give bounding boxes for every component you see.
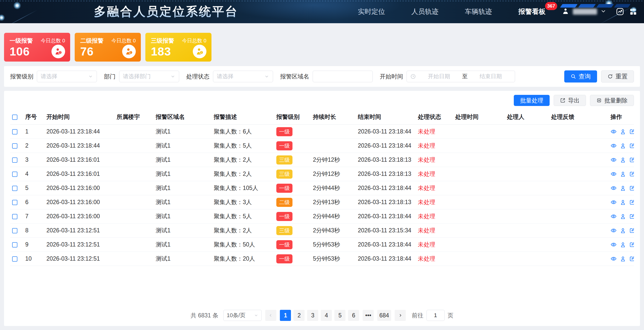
cell-description: 聚集人数：20人 — [212, 252, 274, 266]
pagination-ellipsis[interactable]: ••• — [363, 310, 374, 321]
row-checkbox[interactable] — [12, 214, 17, 219]
stat-card-level2[interactable]: 二级报警 今日总数 0 76 ! — [75, 33, 141, 62]
nav-item-realtime[interactable]: 实时定位 — [358, 7, 385, 16]
row-checkbox[interactable] — [12, 157, 17, 163]
alarm-table: 序号开始时间所属楼宇报警区域名报警描述报警级别持续时长结束时间处理状态处理时间处… — [10, 109, 634, 266]
page-title: 多融合人员定位系统平台 — [94, 4, 238, 20]
stat-card-level1[interactable]: 一级报警 今日总数 0 106 ! — [4, 33, 70, 62]
cell-status: 未处理 — [418, 185, 435, 191]
edit-icon[interactable] — [629, 157, 634, 163]
page-button-2[interactable]: 2 — [293, 310, 305, 321]
row-actions — [610, 256, 632, 262]
row-checkbox[interactable] — [12, 200, 17, 205]
edit-icon[interactable] — [629, 171, 634, 177]
view-eye-icon[interactable] — [610, 256, 617, 262]
batch-delete-icon — [596, 98, 602, 103]
cell-end-time: 2026-03-11 23:18:13 — [356, 195, 416, 209]
locate-person-icon[interactable] — [620, 227, 626, 234]
stat-card-level3[interactable]: 三级报警 今日总数 0 183 ! — [145, 33, 211, 62]
page-size-select[interactable]: 10条/页 — [223, 310, 262, 321]
cell-start-time: 2026-03-11 23:16:00 — [44, 181, 115, 195]
view-eye-icon[interactable] — [610, 143, 617, 149]
export-button[interactable]: 导出 — [554, 95, 586, 106]
nav-item-person-track[interactable]: 人员轨迹 — [411, 7, 439, 16]
locate-person-icon[interactable] — [620, 256, 626, 262]
alarm-level-badge: 三级 — [276, 170, 292, 179]
row-checkbox[interactable] — [12, 186, 17, 191]
alarm-level-badge: 三级 — [276, 226, 292, 235]
page-button-6[interactable]: 6 — [348, 310, 359, 321]
filter-area-input[interactable] — [313, 71, 373, 82]
deco-glow-dot — [630, 7, 637, 13]
edit-icon[interactable] — [629, 227, 634, 234]
locate-person-icon[interactable] — [620, 143, 626, 149]
filter-dept-select[interactable]: 请选择部门 — [119, 71, 179, 82]
locate-person-icon[interactable] — [620, 128, 626, 135]
nav-item-alarm-board[interactable]: 报警看板 367 — [518, 7, 546, 16]
search-button[interactable]: 查询 — [564, 70, 597, 82]
last-page-button[interactable]: 684 — [377, 310, 391, 321]
reset-button[interactable]: 重置 — [601, 70, 634, 82]
chevron-down-icon[interactable] — [601, 8, 606, 15]
locate-person-icon[interactable] — [620, 241, 626, 248]
chevron-right-icon — [398, 313, 402, 318]
page-button-1[interactable]: 1 — [280, 310, 291, 321]
view-eye-icon[interactable] — [610, 227, 617, 234]
alarm-person-icon: ! — [193, 45, 206, 58]
edit-icon[interactable] — [629, 213, 634, 219]
view-eye-icon[interactable] — [610, 199, 617, 205]
filter-status-select[interactable]: 请选择 — [213, 71, 273, 82]
row-checkbox[interactable] — [12, 129, 17, 134]
batch-delete-button[interactable]: 批量删除 — [590, 95, 634, 106]
view-eye-icon[interactable] — [610, 157, 617, 163]
locate-person-icon[interactable] — [620, 157, 626, 163]
locate-person-icon[interactable] — [620, 185, 626, 191]
edit-icon[interactable] — [629, 143, 634, 149]
alarm-person-icon: ! — [51, 45, 65, 58]
row-checkbox[interactable] — [12, 228, 17, 233]
goto-page-input[interactable] — [426, 310, 445, 321]
edit-icon[interactable] — [629, 128, 634, 135]
alarm-table-panel: 批量处理 导出 批量删除 序号开始时间所属楼宇报警区域名报警描述报警级别持续时长… — [4, 91, 640, 326]
row-checkbox[interactable] — [12, 143, 17, 149]
batch-process-button[interactable]: 批量处理 — [514, 95, 550, 106]
filter-level-select[interactable]: 请选择 — [37, 71, 97, 82]
cell-feedback — [549, 224, 608, 238]
view-eye-icon[interactable] — [610, 213, 617, 219]
prev-page-button[interactable] — [265, 310, 276, 321]
page-button-3[interactable]: 3 — [307, 310, 318, 321]
cell-status: 未处理 — [418, 199, 435, 205]
cell-handle-time — [453, 238, 505, 252]
filter-date-range[interactable]: 开始日期 至 结束日期 — [407, 71, 515, 82]
cell-building — [115, 209, 154, 224]
row-checkbox[interactable] — [12, 256, 17, 262]
view-eye-icon[interactable] — [610, 171, 617, 177]
cell-description: 聚集人数：6人 — [212, 125, 274, 139]
row-checkbox[interactable] — [12, 172, 17, 177]
page-button-4[interactable]: 4 — [321, 310, 332, 321]
deco-slash — [596, 4, 614, 8]
cell-feedback — [549, 252, 608, 266]
main-nav: 实时定位 人员轨迹 车辆轨迹 报警看板 367 — [358, 7, 546, 16]
cell-index: 1 — [23, 125, 44, 139]
cell-handler — [505, 209, 549, 224]
edit-icon[interactable] — [629, 199, 634, 205]
cell-status: 未处理 — [418, 213, 435, 219]
locate-person-icon[interactable] — [620, 171, 626, 177]
view-eye-icon[interactable] — [610, 185, 617, 191]
user-area — [562, 7, 638, 16]
table-row: 7 2026-03-11 23:16:00 测试1 聚集人数：5人 一级 2分钟… — [10, 209, 634, 224]
row-checkbox[interactable] — [12, 242, 17, 248]
edit-icon[interactable] — [629, 185, 634, 191]
select-all-checkbox[interactable] — [12, 115, 17, 120]
page-button-5[interactable]: 5 — [334, 310, 345, 321]
edit-icon[interactable] — [629, 241, 634, 248]
next-page-button[interactable] — [395, 310, 406, 321]
locate-person-icon[interactable] — [620, 199, 626, 205]
nav-item-vehicle-track[interactable]: 车辆轨迹 — [465, 7, 492, 16]
view-eye-icon[interactable] — [610, 128, 617, 135]
cell-handler — [505, 195, 549, 209]
locate-person-icon[interactable] — [620, 213, 626, 219]
view-eye-icon[interactable] — [610, 241, 617, 248]
edit-icon[interactable] — [629, 256, 634, 262]
